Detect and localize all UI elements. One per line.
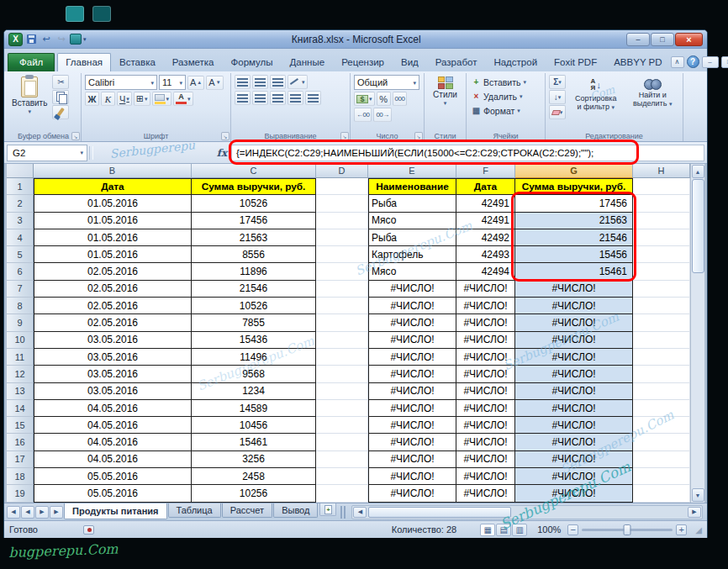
- increase-decimal-button[interactable]: ←00: [354, 108, 372, 122]
- cell-H4[interactable]: [633, 229, 690, 246]
- cell-H17[interactable]: [633, 451, 690, 468]
- cell-B16[interactable]: 04.05.2016: [34, 434, 192, 450]
- cell-B15[interactable]: 04.05.2016: [34, 417, 192, 434]
- cell-F6[interactable]: 42494: [456, 263, 515, 280]
- row-header-17[interactable]: 17: [7, 451, 34, 468]
- vertical-scrollbar[interactable]: ▲ ▼: [690, 164, 704, 503]
- insert-cells-button[interactable]: + Вставить ▾: [470, 75, 541, 89]
- dialog-launcher-icon[interactable]: ↘: [340, 132, 349, 140]
- zoom-level[interactable]: 100%: [537, 524, 561, 535]
- cell-D3[interactable]: [316, 213, 368, 229]
- horizontal-scrollbar[interactable]: ◀ ▶: [351, 505, 703, 519]
- find-select-button[interactable]: Найти ивыделить ▾: [626, 75, 680, 130]
- help-button[interactable]: ?: [687, 55, 699, 68]
- cell-B18[interactable]: 05.05.2016: [34, 468, 192, 485]
- cell-C17[interactable]: 3256: [192, 451, 316, 468]
- borders-button[interactable]: ⊞▾: [134, 92, 150, 106]
- next-sheet-button[interactable]: ▶: [35, 506, 49, 519]
- minimize-button[interactable]: –: [626, 33, 650, 46]
- ribbon-tab-Формулы[interactable]: Формулы: [223, 53, 282, 71]
- dialog-launcher-icon[interactable]: ↘: [71, 132, 80, 140]
- formula-input[interactable]: {=ИНДЕКС(C2:C29;НАИМЕНЬШИЙ(ЕСЛИ(15000<=C…: [231, 145, 704, 161]
- row-header-12[interactable]: 12: [7, 366, 34, 382]
- italic-button[interactable]: К: [101, 92, 115, 106]
- row-header-13[interactable]: 13: [7, 383, 34, 400]
- number-format-combo[interactable]: Общий ▾: [354, 75, 419, 90]
- cell-G7[interactable]: #ЧИСЛО!: [515, 281, 633, 298]
- ribbon-tab-Foxit PDF[interactable]: Foxit PDF: [546, 53, 605, 71]
- cell-H10[interactable]: [633, 332, 690, 349]
- row-header-6[interactable]: 6: [7, 263, 34, 280]
- cell-D9[interactable]: [316, 314, 368, 331]
- cell-H12[interactable]: [633, 366, 690, 382]
- cell-G8[interactable]: #ЧИСЛО!: [515, 298, 633, 314]
- underline-button[interactable]: Ч▾: [117, 92, 132, 106]
- cell-H11[interactable]: [633, 349, 690, 366]
- desktop-icon-1[interactable]: [66, 6, 84, 22]
- sheet-tab-Таблица[interactable]: Таблица: [168, 503, 221, 518]
- ribbon-tab-Вставка[interactable]: Вставка: [111, 53, 164, 71]
- undo-button[interactable]: ↩: [40, 33, 53, 46]
- scroll-right-button[interactable]: ▶: [688, 507, 701, 518]
- cell-D11[interactable]: [316, 349, 368, 366]
- cell-E11[interactable]: #ЧИСЛО!: [368, 349, 456, 366]
- insert-function-button[interactable]: fx: [213, 145, 231, 161]
- zoom-in-button[interactable]: +: [676, 524, 687, 535]
- cell-G18[interactable]: #ЧИСЛО!: [515, 468, 633, 485]
- row-header-18[interactable]: 18: [7, 468, 34, 485]
- cell-F2[interactable]: 42491: [456, 195, 515, 212]
- cell-E6[interactable]: Мясо: [368, 263, 456, 280]
- zoom-thumb[interactable]: [624, 524, 631, 535]
- row-header-5[interactable]: 5: [7, 246, 34, 263]
- scroll-down-button[interactable]: ▼: [692, 488, 704, 502]
- collapse-ribbon-button[interactable]: ∧: [671, 56, 684, 68]
- cell-E19[interactable]: #ЧИСЛО!: [368, 485, 456, 502]
- cell-G9[interactable]: #ЧИСЛО!: [515, 314, 633, 331]
- align-center-button[interactable]: [252, 91, 268, 105]
- row-header-8[interactable]: 8: [7, 298, 34, 314]
- cell-E15[interactable]: #ЧИСЛО!: [368, 417, 456, 434]
- cell-E2[interactable]: Рыба: [368, 195, 456, 212]
- scroll-up-button[interactable]: ▲: [692, 165, 704, 178]
- font-size-combo[interactable]: 11 ▾: [159, 75, 186, 90]
- ribbon-tab-Разработ[interactable]: Разработ: [427, 53, 486, 71]
- cell-B19[interactable]: 05.05.2016: [34, 485, 192, 502]
- cell-C6[interactable]: 11896: [192, 263, 316, 280]
- cell-E9[interactable]: #ЧИСЛО!: [368, 314, 456, 331]
- cell-H7[interactable]: [633, 281, 690, 298]
- column-header-G[interactable]: G: [515, 164, 633, 178]
- workbook-restore-button[interactable]: □: [721, 56, 728, 68]
- dialog-launcher-icon[interactable]: ↘: [414, 132, 423, 140]
- cell-D6[interactable]: [316, 263, 368, 280]
- wrap-text-button[interactable]: [305, 91, 321, 105]
- save-button[interactable]: [24, 33, 38, 46]
- first-sheet-button[interactable]: ◀: [7, 506, 20, 519]
- cell-H1[interactable]: [633, 178, 690, 195]
- cell-F11[interactable]: #ЧИСЛО!: [456, 349, 515, 366]
- ribbon-tab-Вид[interactable]: Вид: [393, 53, 427, 71]
- cell-F19[interactable]: #ЧИСЛО!: [456, 485, 515, 502]
- cell-B5[interactable]: 01.05.2016: [34, 246, 192, 263]
- cell-C19[interactable]: 10256: [192, 485, 316, 502]
- cell-E10[interactable]: #ЧИСЛО!: [368, 332, 456, 349]
- quick-access-dropdown[interactable]: ▾: [83, 36, 87, 43]
- cell-G17[interactable]: #ЧИСЛО!: [515, 451, 633, 468]
- insert-worksheet-button[interactable]: +: [319, 503, 336, 516]
- percent-style-button[interactable]: %: [377, 92, 391, 106]
- cell-G19[interactable]: #ЧИСЛО!: [515, 485, 633, 502]
- format-cells-button[interactable]: ▦ Формат ▾: [470, 103, 541, 118]
- paste-button[interactable]: Вставить ▾: [9, 75, 50, 130]
- cell-C18[interactable]: 2458: [192, 468, 316, 485]
- cell-D14[interactable]: [316, 400, 368, 417]
- formula-bar-splitter[interactable]: [89, 146, 93, 160]
- select-all-corner[interactable]: [7, 164, 34, 178]
- scroll-left-button[interactable]: ◀: [353, 507, 367, 518]
- align-top-button[interactable]: [235, 75, 251, 89]
- page-layout-view-button[interactable]: ▤: [496, 524, 511, 536]
- cell-H6[interactable]: [633, 263, 690, 280]
- cell-G1[interactable]: Сумма выручки, руб.: [515, 178, 633, 195]
- row-header-10[interactable]: 10: [7, 332, 34, 349]
- ribbon-tab-Надстрой[interactable]: Надстрой: [485, 53, 546, 71]
- align-right-button[interactable]: [270, 91, 286, 105]
- cell-B4[interactable]: 01.05.2016: [34, 229, 192, 246]
